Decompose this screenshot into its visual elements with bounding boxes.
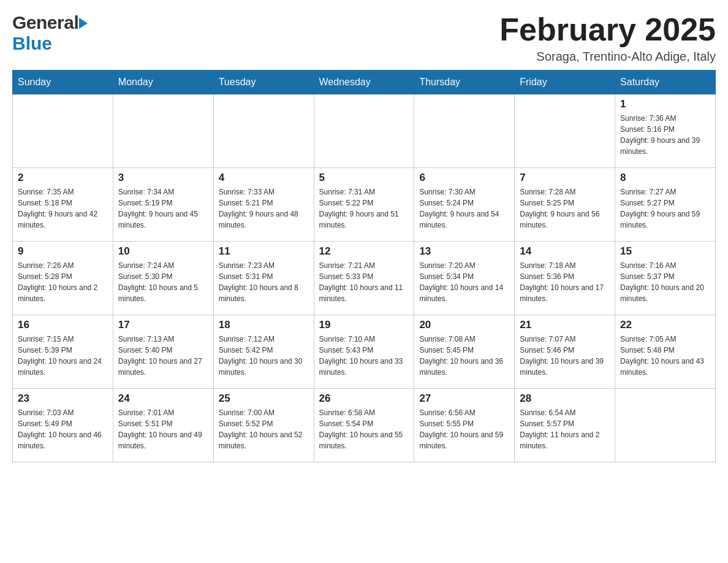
- day-info: Sunrise: 7:30 AMSunset: 5:24 PMDaylight:…: [419, 186, 509, 231]
- calendar-cell: 15Sunrise: 7:16 AMSunset: 5:37 PMDayligh…: [615, 242, 716, 315]
- week-row-5: 23Sunrise: 7:03 AMSunset: 5:49 PMDayligh…: [13, 389, 716, 462]
- week-row-3: 9Sunrise: 7:26 AMSunset: 5:28 PMDaylight…: [13, 242, 716, 315]
- day-number: 14: [520, 245, 610, 258]
- calendar-cell: 10Sunrise: 7:24 AMSunset: 5:30 PMDayligh…: [113, 242, 213, 315]
- day-info: Sunrise: 7:05 AMSunset: 5:48 PMDaylight:…: [620, 334, 710, 378]
- day-info: Sunrise: 7:23 AMSunset: 5:31 PMDaylight:…: [219, 260, 309, 304]
- logo: General Blue: [12, 12, 88, 54]
- day-number: 25: [219, 393, 309, 405]
- day-number: 22: [620, 319, 710, 331]
- calendar-cell: 23Sunrise: 7:03 AMSunset: 5:49 PMDayligh…: [13, 389, 113, 462]
- calendar-cell: 18Sunrise: 7:12 AMSunset: 5:42 PMDayligh…: [213, 315, 314, 389]
- day-info: Sunrise: 7:08 AMSunset: 5:45 PMDaylight:…: [419, 334, 509, 378]
- day-info: Sunrise: 7:12 AMSunset: 5:42 PMDaylight:…: [219, 334, 309, 378]
- day-number: 2: [18, 172, 108, 184]
- logo-blue-text: Blue: [12, 33, 52, 53]
- day-info: Sunrise: 7:00 AMSunset: 5:52 PMDaylight:…: [219, 407, 309, 451]
- calendar-cell: 7Sunrise: 7:28 AMSunset: 5:25 PMDaylight…: [515, 168, 615, 242]
- day-number: 13: [419, 245, 509, 258]
- day-info: Sunrise: 7:20 AMSunset: 5:34 PMDaylight:…: [419, 260, 509, 304]
- calendar-cell: [113, 94, 213, 168]
- day-number: 18: [219, 319, 309, 331]
- day-number: 12: [319, 245, 409, 258]
- day-info: Sunrise: 7:21 AMSunset: 5:33 PMDaylight:…: [319, 260, 409, 304]
- calendar-cell: 11Sunrise: 7:23 AMSunset: 5:31 PMDayligh…: [213, 242, 314, 315]
- calendar-cell: 27Sunrise: 6:56 AMSunset: 5:55 PMDayligh…: [414, 389, 515, 462]
- day-info: Sunrise: 7:33 AMSunset: 5:21 PMDaylight:…: [219, 186, 309, 231]
- day-info: Sunrise: 7:16 AMSunset: 5:37 PMDaylight:…: [620, 260, 710, 304]
- day-number: 3: [118, 172, 208, 184]
- day-info: Sunrise: 7:10 AMSunset: 5:43 PMDaylight:…: [319, 334, 409, 378]
- calendar-cell: 21Sunrise: 7:07 AMSunset: 5:46 PMDayligh…: [515, 315, 615, 389]
- day-number: 28: [520, 393, 610, 405]
- calendar-cell: [314, 94, 414, 168]
- day-info: Sunrise: 7:31 AMSunset: 5:22 PMDaylight:…: [319, 186, 409, 231]
- location-subtitle: Soraga, Trentino-Alto Adige, Italy: [499, 50, 716, 64]
- weekday-header-saturday: Saturday: [615, 71, 716, 94]
- calendar-cell: [213, 94, 314, 168]
- week-row-4: 16Sunrise: 7:15 AMSunset: 5:39 PMDayligh…: [13, 315, 716, 389]
- day-number: 27: [419, 393, 509, 405]
- calendar-cell: [615, 389, 716, 462]
- day-number: 8: [620, 172, 710, 184]
- day-number: 10: [118, 245, 208, 258]
- day-number: 1: [620, 98, 710, 110]
- weekday-header-sunday: Sunday: [13, 71, 113, 94]
- day-number: 21: [520, 319, 610, 331]
- day-number: 19: [319, 319, 409, 331]
- day-number: 24: [118, 393, 208, 405]
- day-number: 26: [319, 393, 409, 405]
- weekday-header-wednesday: Wednesday: [314, 71, 414, 94]
- day-number: 15: [620, 245, 710, 258]
- day-info: Sunrise: 7:01 AMSunset: 5:51 PMDaylight:…: [118, 407, 208, 451]
- day-info: Sunrise: 7:13 AMSunset: 5:40 PMDaylight:…: [118, 334, 208, 378]
- page-header: General Blue February 2025 Soraga, Trent…: [12, 12, 716, 64]
- day-info: Sunrise: 7:26 AMSunset: 5:28 PMDaylight:…: [18, 260, 108, 304]
- day-info: Sunrise: 7:15 AMSunset: 5:39 PMDaylight:…: [18, 334, 108, 378]
- day-number: 9: [18, 245, 108, 258]
- calendar-cell: 22Sunrise: 7:05 AMSunset: 5:48 PMDayligh…: [615, 315, 716, 389]
- day-number: 7: [520, 172, 610, 184]
- calendar-cell: [13, 94, 113, 168]
- weekday-header-friday: Friday: [515, 71, 615, 94]
- calendar-cell: 17Sunrise: 7:13 AMSunset: 5:40 PMDayligh…: [113, 315, 213, 389]
- week-row-1: 1Sunrise: 7:36 AMSunset: 5:16 PMDaylight…: [13, 94, 716, 168]
- calendar-cell: 5Sunrise: 7:31 AMSunset: 5:22 PMDaylight…: [314, 168, 414, 242]
- calendar-cell: 6Sunrise: 7:30 AMSunset: 5:24 PMDaylight…: [414, 168, 515, 242]
- day-number: 11: [219, 245, 309, 258]
- day-number: 17: [118, 319, 208, 331]
- day-info: Sunrise: 7:07 AMSunset: 5:46 PMDaylight:…: [520, 334, 610, 378]
- week-row-2: 2Sunrise: 7:35 AMSunset: 5:18 PMDaylight…: [13, 168, 716, 242]
- logo-arrow-icon: [79, 18, 88, 29]
- calendar-cell: 20Sunrise: 7:08 AMSunset: 5:45 PMDayligh…: [414, 315, 515, 389]
- weekday-header-thursday: Thursday: [414, 71, 515, 94]
- logo-general-text: General: [12, 12, 78, 33]
- day-info: Sunrise: 7:27 AMSunset: 5:27 PMDaylight:…: [620, 186, 710, 231]
- day-number: 4: [219, 172, 309, 184]
- calendar-cell: 16Sunrise: 7:15 AMSunset: 5:39 PMDayligh…: [13, 315, 113, 389]
- calendar-cell: 14Sunrise: 7:18 AMSunset: 5:36 PMDayligh…: [515, 242, 615, 315]
- day-info: Sunrise: 7:34 AMSunset: 5:19 PMDaylight:…: [118, 186, 208, 231]
- day-number: 5: [319, 172, 409, 184]
- calendar-cell: 1Sunrise: 7:36 AMSunset: 5:16 PMDaylight…: [615, 94, 716, 168]
- day-number: 20: [419, 319, 509, 331]
- calendar-cell: 19Sunrise: 7:10 AMSunset: 5:43 PMDayligh…: [314, 315, 414, 389]
- calendar-table: SundayMondayTuesdayWednesdayThursdayFrid…: [12, 70, 716, 462]
- calendar-cell: 4Sunrise: 7:33 AMSunset: 5:21 PMDaylight…: [213, 168, 314, 242]
- day-number: 6: [419, 172, 509, 184]
- day-info: Sunrise: 7:18 AMSunset: 5:36 PMDaylight:…: [520, 260, 610, 304]
- calendar-cell: 2Sunrise: 7:35 AMSunset: 5:18 PMDaylight…: [13, 168, 113, 242]
- calendar-cell: 3Sunrise: 7:34 AMSunset: 5:19 PMDaylight…: [113, 168, 213, 242]
- calendar-cell: 13Sunrise: 7:20 AMSunset: 5:34 PMDayligh…: [414, 242, 515, 315]
- day-info: Sunrise: 7:03 AMSunset: 5:49 PMDaylight:…: [18, 407, 108, 451]
- calendar-cell: 12Sunrise: 7:21 AMSunset: 5:33 PMDayligh…: [314, 242, 414, 315]
- calendar-cell: 28Sunrise: 6:54 AMSunset: 5:57 PMDayligh…: [515, 389, 615, 462]
- month-title: February 2025: [499, 12, 716, 47]
- calendar-cell: 8Sunrise: 7:27 AMSunset: 5:27 PMDaylight…: [615, 168, 716, 242]
- weekday-header-monday: Monday: [113, 71, 213, 94]
- calendar-cell: 26Sunrise: 6:58 AMSunset: 5:54 PMDayligh…: [314, 389, 414, 462]
- calendar-cell: [414, 94, 515, 168]
- weekday-header-row: SundayMondayTuesdayWednesdayThursdayFrid…: [13, 71, 716, 94]
- day-number: 16: [18, 319, 108, 331]
- weekday-header-tuesday: Tuesday: [213, 71, 314, 94]
